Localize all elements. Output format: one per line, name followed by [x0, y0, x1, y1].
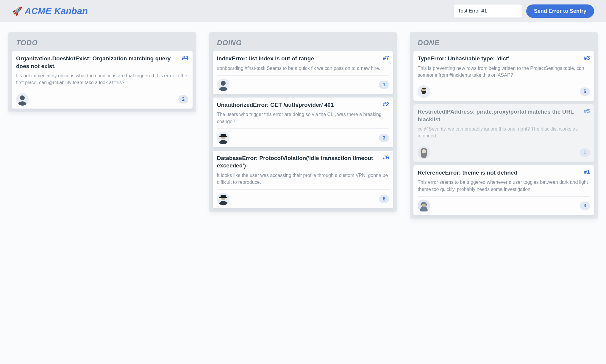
cards: IndexError: list index is out of range#7… — [213, 51, 393, 208]
comment-count-badge[interactable]: 8 — [379, 195, 389, 203]
kanban-board: TODOOrganization.DoesNotExist: Organizat… — [0, 22, 606, 230]
assignee-avatar[interactable] — [16, 93, 29, 106]
comment-count-badge[interactable]: 1 — [580, 148, 590, 157]
column-doing[interactable]: DOINGIndexError: list index is out of ra… — [209, 32, 397, 212]
topbar: 🚀 ACME Kanban Send Error to Sentry — [0, 0, 606, 22]
error-name-input[interactable] — [454, 4, 522, 18]
card-footer: 3 — [418, 196, 590, 212]
card-description: This error seems to be triggered wheneve… — [418, 179, 590, 192]
card-footer: 2 — [16, 90, 188, 106]
send-error-button[interactable]: Send Error to Sentry — [526, 4, 594, 18]
cards: Organization.DoesNotExist: Organization … — [12, 51, 193, 109]
rocket-icon: 🚀 — [12, 6, 22, 16]
assignee-avatar[interactable] — [418, 146, 430, 159]
card-description: cc @Security, we can probably ignore thi… — [418, 125, 590, 139]
assignee-avatar[interactable] — [217, 132, 229, 144]
card-number: #7 — [383, 55, 389, 61]
card-head: Organization.DoesNotExist: Organization … — [16, 55, 188, 70]
comment-count-badge[interactable]: 1 — [379, 81, 389, 89]
card-title: RestrictedIPAddress: pirate.proxy/portal… — [418, 108, 580, 123]
assignee-avatar[interactable] — [418, 200, 430, 212]
card-description: This is preventing new rows from being w… — [418, 65, 590, 79]
card-footer: 5 — [418, 82, 590, 98]
card-head: IndexError: list index is out of range#7 — [217, 55, 389, 62]
card-footer: 3 — [217, 128, 389, 144]
kanban-card[interactable]: RestrictedIPAddress: pirate.proxy/portal… — [413, 104, 594, 162]
card-title: TypeError: Unhashable type: 'dict' — [418, 55, 509, 62]
card-title: ReferenceError: theme is not defined — [418, 169, 517, 177]
card-title: DatabaseError: ProtocolViolation('idle t… — [217, 154, 379, 170]
card-footer: 1 — [217, 75, 389, 91]
column-title: DONE — [413, 36, 594, 51]
card-number: #1 — [584, 169, 590, 175]
kanban-card[interactable]: TypeError: Unhashable type: 'dict'#3This… — [413, 51, 594, 101]
card-head: RestrictedIPAddress: pirate.proxy/portal… — [418, 108, 590, 123]
assignee-avatar[interactable] — [418, 85, 430, 98]
brand: 🚀 ACME Kanban — [12, 6, 88, 16]
card-description: #onboarding #first-task Seems to be a qu… — [217, 65, 389, 72]
app-title: ACME Kanban — [25, 6, 88, 16]
card-title: Organization.DoesNotExist: Organization … — [16, 55, 179, 70]
comment-count-badge[interactable]: 2 — [178, 95, 188, 103]
card-head: TypeError: Unhashable type: 'dict'#3 — [418, 55, 590, 62]
card-number: #4 — [182, 55, 188, 61]
assignee-avatar[interactable] — [217, 79, 229, 91]
column-done[interactable]: DONETypeError: Unhashable type: 'dict'#3… — [410, 32, 598, 219]
card-description: It looks like the user was accessing the… — [217, 172, 389, 186]
card-number: #3 — [584, 55, 590, 61]
card-head: UnauthorizedError: GET /auth/provider/ 4… — [217, 101, 389, 109]
column-title: TODO — [12, 36, 193, 51]
card-footer: 1 — [418, 143, 590, 159]
comment-count-badge[interactable]: 3 — [379, 134, 389, 142]
card-number: #2 — [383, 101, 389, 108]
card-title: IndexError: list index is out of range — [217, 55, 314, 62]
kanban-card[interactable]: IndexError: list index is out of range#7… — [213, 51, 393, 94]
kanban-card[interactable]: Organization.DoesNotExist: Organization … — [12, 51, 193, 109]
card-head: ReferenceError: theme is not defined#1 — [418, 169, 590, 177]
column-title: DOING — [213, 36, 393, 51]
comment-count-badge[interactable]: 5 — [580, 87, 590, 96]
card-title: UnauthorizedError: GET /auth/provider/ 4… — [217, 101, 334, 109]
cards: TypeError: Unhashable type: 'dict'#3This… — [413, 51, 594, 215]
kanban-card[interactable]: DatabaseError: ProtocolViolation('idle t… — [213, 151, 393, 208]
topbar-actions: Send Error to Sentry — [454, 4, 594, 18]
card-number: #5 — [584, 108, 590, 114]
card-head: DatabaseError: ProtocolViolation('idle t… — [217, 154, 389, 170]
comment-count-badge[interactable]: 3 — [580, 202, 590, 210]
card-description: It's not immediately obvious what the co… — [16, 72, 188, 86]
card-description: The users who trigger this error are doi… — [217, 111, 389, 125]
kanban-card[interactable]: ReferenceError: theme is not defined#1Th… — [413, 165, 594, 215]
assignee-avatar[interactable] — [217, 193, 229, 205]
card-number: #6 — [383, 154, 389, 161]
column-todo[interactable]: TODOOrganization.DoesNotExist: Organizat… — [8, 32, 196, 112]
card-footer: 8 — [217, 189, 389, 205]
kanban-card[interactable]: UnauthorizedError: GET /auth/provider/ 4… — [213, 98, 393, 147]
